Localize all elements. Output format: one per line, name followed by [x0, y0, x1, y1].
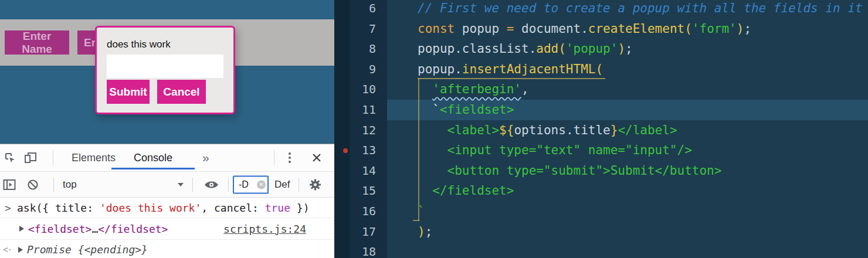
text-segment: ) [618, 42, 625, 56]
console-sidebar-icon[interactable] [3, 179, 16, 190]
line-number[interactable]: 8 [334, 39, 387, 59]
devtools-tab-bar: Elements Console » [0, 144, 334, 172]
line-number[interactable]: 15 [334, 181, 387, 201]
code-line: 14 <button type="submit">Submit</button> [334, 161, 868, 181]
gear-icon[interactable] [309, 178, 321, 191]
line-number[interactable]: 10 [334, 79, 387, 100]
line-number[interactable]: 14 [334, 161, 387, 181]
cancel-button[interactable]: Cancel [157, 80, 206, 104]
console-row: <fieldset>…</fieldset>scripts.js:24 [0, 218, 334, 240]
dropdown-caret-icon[interactable] [178, 183, 184, 186]
text-segment [418, 164, 447, 178]
text-segment [418, 184, 432, 198]
code-line: 8popup.classList.add('popup'); [334, 39, 868, 59]
text-segment [418, 143, 447, 157]
code-line: 18 [334, 242, 868, 258]
console-input-chevron: > [5, 202, 17, 214]
line-number[interactable]: 17 [334, 222, 387, 242]
inspect-icon[interactable] [4, 151, 16, 164]
tab-console[interactable]: Console [111, 152, 195, 164]
line-number[interactable]: 13 [334, 140, 387, 161]
code-line: 11 `<fieldset> [334, 100, 868, 120]
more-tabs-icon[interactable]: » [202, 151, 209, 165]
text-segment: 'popup' [566, 42, 618, 56]
clear-console-icon[interactable] [27, 179, 39, 191]
text-segment: 'form' [692, 22, 737, 36]
text-segment: <input type="text" name="input"/> [447, 143, 692, 157]
text-segment: 'afterbegin' [432, 82, 521, 96]
code-text: 'afterbegin', [387, 79, 529, 100]
code-line: 6// First we need to create a popup with… [334, 0, 868, 19]
text-segment: </label> [618, 123, 677, 137]
enter-name-button-2[interactable]: Er [77, 30, 97, 55]
code-text: <label>${options.title}</label> [387, 120, 677, 141]
text-segment: } [611, 123, 618, 137]
divider [192, 178, 193, 192]
close-icon[interactable] [312, 153, 321, 162]
text-segment: 'does this work' [100, 202, 201, 214]
code-text: popup.classList.add('popup'); [387, 39, 633, 59]
console-message-text: ask({ title: 'does this work', cancel: t… [17, 202, 310, 214]
code-line: 10 'afterbegin', [334, 79, 868, 100]
code-text: popup.insertAdjacentHTML( [387, 59, 603, 80]
devtools-panel: Elements Console » [0, 144, 334, 258]
kebab-menu-icon[interactable] [289, 152, 291, 163]
text-segment: ; [625, 42, 633, 56]
text-segment: = [507, 22, 514, 36]
clear-filter-icon[interactable]: ✕ [257, 180, 266, 189]
text-segment: ( [684, 22, 692, 36]
text-segment: options.title [514, 123, 610, 137]
text-segment: <button type="submit">Submit</button> [447, 164, 722, 178]
enter-name-button[interactable]: Enter Name [5, 30, 69, 55]
popup-dialog: does this work Submit Cancel [95, 26, 235, 114]
code-line: 12 <label>${options.title}</label> [334, 120, 868, 141]
device-toolbar-icon[interactable] [24, 151, 38, 164]
code-text: ); [387, 222, 432, 242]
text-segment [418, 82, 432, 96]
popup-title: does this work [107, 38, 223, 51]
context-selector[interactable]: top [63, 179, 77, 191]
text-segment: }) [290, 202, 310, 214]
text-segment: // First we need to create a popup with … [418, 1, 863, 15]
line-number[interactable]: 12 [334, 120, 387, 141]
browser-page: Enter Name Er does this work Submit Canc… [0, 0, 334, 258]
text-segment: document. [514, 22, 588, 36]
text-segment: , cancel: [201, 202, 265, 214]
code-editor[interactable]: 6// First we need to create a popup with… [334, 0, 868, 258]
source-link[interactable]: scripts.js:24 [223, 223, 306, 235]
console-result-marker: <· [3, 245, 15, 255]
text-segment: ` [418, 204, 425, 218]
line-number[interactable]: 6 [334, 0, 387, 19]
divider [53, 178, 54, 192]
console-message-text: Promise {<pending>} [27, 243, 148, 256]
text-segment: popup.classList. [418, 42, 536, 56]
text-segment: const [418, 22, 455, 36]
line-number[interactable]: 9 [334, 59, 387, 80]
line-number[interactable]: 16 [334, 201, 387, 222]
submit-button[interactable]: Submit [107, 80, 150, 104]
tab-elements[interactable]: Elements [72, 152, 116, 164]
code-line: 15 </fieldset> [334, 181, 868, 201]
divider [53, 151, 53, 165]
expand-triangle-icon[interactable] [18, 247, 23, 253]
line-number[interactable]: 11 [334, 100, 387, 120]
divider [299, 178, 299, 192]
expand-triangle-icon[interactable] [19, 226, 24, 232]
text-segment: </fieldset> [432, 184, 514, 198]
code-line: 9popup.insertAdjacentHTML( [334, 59, 868, 80]
text-segment: popup [455, 22, 507, 36]
breakpoint-dot[interactable] [343, 148, 348, 153]
code-line: 7const popup = document.createElement('f… [334, 19, 868, 39]
text-segment: popup. [418, 62, 462, 76]
eye-icon[interactable] [204, 179, 219, 189]
console-message-text: <fieldset>…</fieldset> [28, 223, 168, 235]
text-segment: <label> [447, 123, 500, 137]
line-number[interactable]: 18 [334, 242, 387, 258]
code-text: // First we need to create a popup with … [387, 0, 863, 19]
popup-text-input[interactable] [107, 55, 223, 78]
code-text: </fieldset> [387, 181, 514, 201]
filter-input[interactable]: -D ✕ [233, 175, 269, 193]
text-segment: ${ [499, 123, 514, 137]
line-number[interactable]: 7 [334, 19, 387, 39]
log-levels-selector[interactable]: Def [274, 179, 290, 191]
